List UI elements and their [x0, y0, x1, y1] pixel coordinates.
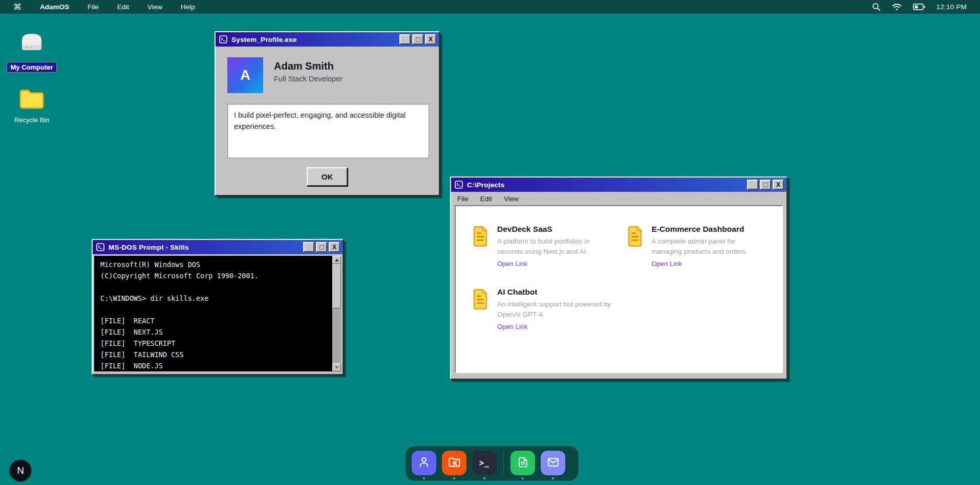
- scroll-down-icon[interactable]: [332, 363, 341, 371]
- dock-divider: [503, 452, 504, 474]
- profile-role: Full Stack Developer: [274, 75, 343, 83]
- scrollbar-thumb[interactable]: [332, 264, 341, 308]
- dock-item-mail[interactable]: [541, 451, 565, 475]
- dos-line: [100, 281, 331, 293]
- project-name: AI Chatbot: [497, 288, 612, 297]
- project-item: DevDeck SaaS A platform to build portfol…: [471, 225, 612, 268]
- scrollbar[interactable]: [332, 256, 341, 371]
- dos-window-titlebar[interactable]: MS-DOS Prompt - Skills _ X: [93, 240, 343, 254]
- profile-name: Adam Smith: [274, 60, 343, 72]
- computer-icon: [17, 32, 47, 58]
- desktop-icon-label: Recycle Bin: [14, 116, 50, 124]
- clock: 12:10 PM: [936, 3, 967, 11]
- dock-indicator-dot: [453, 477, 455, 479]
- maximize-button[interactable]: [412, 34, 423, 45]
- project-name: E-Commerce Dashboard: [652, 225, 767, 234]
- dock-indicator-dot: [522, 477, 524, 479]
- desktop-icon-my-computer[interactable]: My Computer: [6, 32, 57, 73]
- close-button[interactable]: X: [425, 34, 436, 45]
- window-terminal-icon: [96, 243, 104, 251]
- window-title: MS-DOS Prompt - Skills: [109, 244, 299, 251]
- mail-icon: [546, 455, 560, 471]
- wifi-icon[interactable]: [892, 3, 902, 11]
- project-description: A complete admin panel for managing prod…: [652, 236, 767, 256]
- desktop-icon-recycle-bin[interactable]: Recycle Bin: [6, 88, 57, 124]
- menu-edit[interactable]: Edit: [480, 195, 492, 203]
- window-title: System_Profile.exe: [231, 36, 395, 43]
- dos-line: Microsoft(R) Windows DOS: [100, 259, 331, 270]
- menubar-item-edit[interactable]: Edit: [117, 3, 129, 11]
- nextjs-badge[interactable]: N: [9, 459, 32, 482]
- dock-item-profile[interactable]: [412, 451, 436, 475]
- terminal-icon: >_: [479, 458, 489, 468]
- project-open-link[interactable]: Open Link: [652, 260, 682, 268]
- dos-line: [100, 304, 331, 315]
- dock-indicator-dot: [552, 477, 554, 479]
- dock-item-projects[interactable]: [442, 451, 466, 475]
- search-icon[interactable]: [872, 3, 881, 11]
- dock-indicator-dot: [483, 477, 485, 479]
- menubar-item-file[interactable]: File: [88, 3, 99, 11]
- window-terminal-icon: [219, 35, 227, 43]
- dock-indicator-dot: [423, 477, 425, 479]
- dos-line: C:\WINDOWS> dir skills.exe: [100, 293, 331, 304]
- menu-file[interactable]: File: [457, 195, 468, 203]
- minimize-button[interactable]: _: [303, 242, 314, 252]
- maximize-button[interactable]: [316, 242, 327, 252]
- folder-git-icon: [448, 455, 461, 471]
- dos-line: [FILE] REACT: [100, 315, 331, 326]
- dos-line: [FILE] TAILWIND CSS: [100, 349, 331, 360]
- avatar: A: [227, 57, 263, 93]
- file-document-icon: [471, 289, 489, 310]
- project-item: AI Chatbot An intelligent support bot po…: [471, 288, 612, 331]
- window-terminal-icon: [455, 181, 463, 189]
- projects-menu-bar: File Edit View: [451, 192, 786, 205]
- maximize-button[interactable]: [760, 180, 771, 190]
- scroll-up-icon[interactable]: [332, 256, 341, 264]
- project-name: DevDeck SaaS: [497, 225, 612, 234]
- menubar-item-help[interactable]: Help: [181, 3, 195, 11]
- menubar-item-view[interactable]: View: [147, 3, 162, 11]
- project-description: A platform to build portfolios in second…: [497, 236, 612, 256]
- project-open-link[interactable]: Open Link: [497, 260, 527, 268]
- bio-textarea[interactable]: I build pixel-perfect, engaging, and acc…: [227, 104, 429, 158]
- file-document-icon: [626, 226, 644, 247]
- dos-line: [FILE] TYPESCRIPT: [100, 338, 331, 349]
- menubar-app-name[interactable]: AdamOS: [40, 3, 69, 11]
- dos-line: [FILE] NODE.JS: [100, 360, 331, 371]
- projects-list: DevDeck SaaS A platform to build portfol…: [455, 205, 783, 373]
- dos-line: [FILE] NEXT.JS: [100, 326, 331, 338]
- window-system-profile: System_Profile.exe _ X A Adam Smith Full…: [215, 31, 440, 196]
- minimize-button[interactable]: _: [747, 180, 758, 190]
- ok-button[interactable]: OK: [307, 167, 348, 186]
- profile-window-titlebar[interactable]: System_Profile.exe _ X: [216, 32, 439, 47]
- dos-terminal-output: Microsoft(R) Windows DOS (C)Copyright Mi…: [94, 256, 341, 371]
- dock-item-terminal[interactable]: >_: [472, 451, 497, 475]
- project-description: An intelligent support bot powered by Op…: [497, 299, 612, 319]
- menubar: ⌘ AdamOS File Edit View Help 12:10 PM: [0, 0, 980, 14]
- minimize-button[interactable]: _: [399, 34, 411, 45]
- window-projects: C:\Projects _ X File Edit View DevDeck S…: [450, 177, 787, 380]
- file-document-icon: [471, 226, 489, 247]
- project-open-link[interactable]: Open Link: [497, 323, 527, 330]
- close-button[interactable]: X: [773, 180, 784, 190]
- projects-window-titlebar[interactable]: C:\Projects _ X: [451, 178, 786, 192]
- folder-icon: [18, 88, 46, 113]
- window-title: C:\Projects: [467, 181, 743, 189]
- project-item: E-Commerce Dashboard A complete admin pa…: [626, 225, 767, 268]
- file-text-icon: [517, 456, 529, 471]
- dos-line: (C)Copyright Microsoft Corp 1990-2001.: [100, 270, 331, 281]
- menu-view[interactable]: View: [504, 195, 519, 203]
- dock-item-resume[interactable]: [510, 451, 535, 475]
- battery-icon: [913, 4, 925, 10]
- window-msdos-skills: MS-DOS Prompt - Skills _ X Microsoft(R) …: [92, 239, 344, 375]
- dock: >_: [406, 446, 579, 481]
- close-button[interactable]: X: [329, 242, 340, 252]
- desktop-icon-label: My Computer: [7, 62, 56, 73]
- person-icon: [417, 455, 431, 471]
- command-icon[interactable]: ⌘: [13, 2, 22, 12]
